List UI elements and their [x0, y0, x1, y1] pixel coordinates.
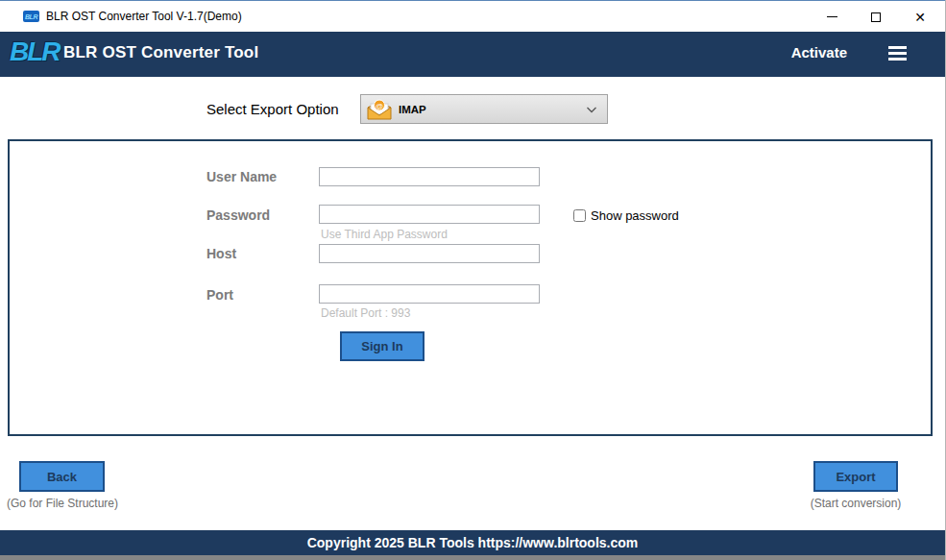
app-title: BLR OST Converter Tool — [63, 43, 258, 62]
password-label: Password — [206, 207, 270, 223]
title-bar: BLR BLR OST Converter Tool V-1.7(Demo) ✕ — [0, 0, 945, 32]
export-button-caption: (Start conversion) — [798, 497, 913, 510]
username-input[interactable] — [319, 167, 540, 186]
close-button[interactable]: ✕ — [898, 1, 942, 33]
activate-button[interactable]: Activate — [791, 44, 847, 61]
password-hint: Use Third App Password — [321, 228, 448, 241]
host-label: Host — [206, 246, 236, 261]
show-password-row: Show password — [573, 208, 679, 223]
window-title: BLR OST Converter Tool V-1.7(Demo) — [46, 10, 242, 23]
minimize-icon — [827, 16, 837, 17]
username-label: User Name — [206, 169, 277, 184]
app-icon: BLR — [23, 11, 39, 22]
show-password-label[interactable]: Show password — [591, 208, 679, 223]
export-option-selected-value: IMAP — [399, 104, 426, 115]
window-controls: ✕ — [810, 1, 942, 33]
back-button-caption: (Go for File Structure) — [0, 497, 125, 510]
password-input[interactable] — [319, 205, 540, 224]
app-header: BLR BLR OST Converter Tool Activate — [0, 32, 945, 77]
export-button[interactable]: Export — [813, 461, 898, 492]
maximize-button[interactable] — [854, 1, 898, 33]
export-option-label: Select Export Option — [206, 101, 339, 117]
minimize-button[interactable] — [810, 1, 854, 33]
blr-logo: BLR — [10, 37, 60, 67]
port-input[interactable] — [319, 284, 540, 304]
window-bottom-edge — [0, 555, 945, 560]
port-hint: Default Port : 993 — [321, 306, 410, 320]
footer-bar: Copyright 2025 BLR Tools https://www.blr… — [0, 530, 945, 555]
app-window: BLR BLR OST Converter Tool V-1.7(Demo) ✕… — [0, 0, 946, 560]
copyright-link[interactable]: Copyright 2025 BLR Tools https://www.blr… — [307, 535, 639, 550]
export-option-dropdown[interactable]: @ IMAP — [360, 94, 608, 124]
back-button[interactable]: Back — [19, 461, 105, 492]
chevron-down-icon — [586, 107, 597, 114]
maximize-icon — [871, 12, 881, 22]
svg-text:@: @ — [376, 101, 383, 110]
hamburger-menu-icon[interactable] — [888, 46, 907, 63]
port-label: Port — [206, 287, 233, 303]
sign-in-button[interactable]: Sign In — [340, 331, 424, 361]
email-envelope-icon: @ — [367, 98, 392, 121]
show-password-checkbox[interactable] — [573, 209, 586, 222]
host-input[interactable] — [319, 244, 540, 263]
close-icon: ✕ — [914, 11, 926, 24]
